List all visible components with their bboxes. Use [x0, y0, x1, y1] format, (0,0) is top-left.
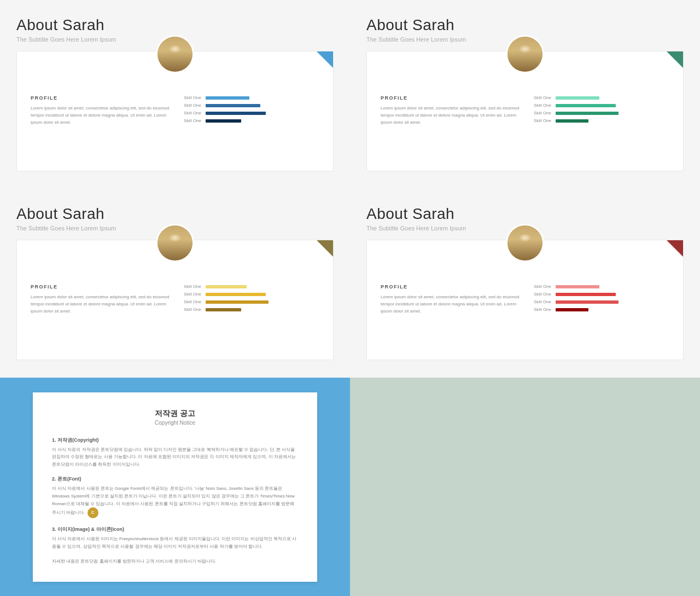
copyright-section-2: 2. 폰트(Font) 이 서식 자료에서 사용된 폰트는 Google Fon… [52, 476, 298, 518]
skill-label-2-1: Skill One [530, 95, 551, 100]
slide-1-card: PROFILE Lorem ipsum dolor sit amet, cons… [16, 51, 334, 171]
profile-label-3: PROFILE [31, 284, 170, 290]
skill-row-1-1: Skill One [180, 95, 319, 100]
copyright-card: 저작권 공고 Copyright Notice 1. 저작권(Copyright… [33, 392, 317, 582]
profile-section-3: PROFILE Lorem ipsum dolor sit amet, cons… [31, 284, 170, 315]
slide-panel-4: About Sarah The Subtitle Goes Here Lorem… [350, 189, 700, 378]
avatar-2 [506, 35, 544, 73]
slide-panel-1: About Sarah The Subtitle Goes Here Lorem… [0, 0, 350, 189]
corner-decoration-2 [667, 51, 683, 68]
skill-bar-2-1 [556, 96, 599, 100]
copyright-section-2-body: 이 서식 자료에서 사용된 폰트는 Google Fonts에서 제공되는 폰트… [52, 485, 298, 518]
skill-label-3-1: Skill One [180, 284, 201, 289]
copyright-section-1: 1. 저작권(Copyright) 이 서식 자료의 저작권은 폰트닷컴에 있습… [52, 437, 298, 468]
copyright-panel: 저작권 공고 Copyright Notice 1. 저작권(Copyright… [0, 378, 350, 596]
skill-row-1-3: Skill One [180, 111, 319, 115]
skill-bar-1-4 [206, 119, 241, 123]
slide-4-card: PROFILE Lorem ipsum dolor sit amet, cons… [366, 240, 684, 360]
corner-decoration-3 [317, 240, 333, 257]
profile-section-1: PROFILE Lorem ipsum dolor sit amet, cons… [31, 95, 170, 126]
profile-section-4: PROFILE Lorem ipsum dolor sit amet, cons… [381, 284, 520, 315]
skill-bar-4-1 [556, 285, 599, 288]
profile-text-2: Lorem ipsum dolor sit amet, consectetur … [381, 105, 520, 126]
card-content-3: PROFILE Lorem ipsum dolor sit amet, cons… [31, 284, 319, 315]
slide-3-title: About Sarah [16, 205, 334, 223]
skill-label-1-2: Skill One [180, 103, 201, 108]
skill-row-2-2: Skill One [530, 103, 669, 108]
skill-bar-3-3 [206, 300, 269, 304]
corner-decoration-1 [317, 51, 333, 68]
skill-row-3-1: Skill One [180, 284, 319, 289]
avatar-1 [156, 35, 194, 73]
avatar-image-1 [158, 37, 192, 72]
card-content-2: PROFILE Lorem ipsum dolor sit amet, cons… [381, 95, 669, 126]
profile-section-2: PROFILE Lorem ipsum dolor sit amet, cons… [381, 95, 520, 126]
skill-bar-3-4 [206, 308, 241, 311]
skill-label-1-3: Skill One [180, 111, 201, 115]
skill-label-2-4: Skill One [530, 118, 551, 123]
avatar-image-2 [508, 37, 542, 72]
avatar-4 [506, 224, 544, 262]
copyright-title: 저작권 공고 [52, 409, 298, 419]
copyright-subtitle: Copyright Notice [52, 420, 298, 426]
skill-bar-2-4 [556, 119, 588, 123]
profile-label-1: PROFILE [31, 95, 170, 101]
skill-row-2-4: Skill One [530, 118, 669, 123]
skill-row-3-2: Skill One [180, 292, 319, 297]
skill-row-1-4: Skill One [180, 118, 319, 123]
profile-label-2: PROFILE [381, 95, 520, 101]
skill-row-3-3: Skill One [180, 299, 319, 304]
profile-text-3: Lorem ipsum dolor sit amet, consectetur … [31, 294, 170, 315]
skills-section-1: Skill One Skill One Skill One Skill One [180, 95, 319, 126]
skill-label-3-2: Skill One [180, 292, 201, 297]
skill-label-3-4: Skill One [180, 307, 201, 312]
skill-label-3-3: Skill One [180, 299, 201, 304]
skills-section-2: Skill One Skill One Skill One Skill One [530, 95, 669, 126]
skill-row-4-4: Skill One [530, 307, 669, 312]
skill-row-2-1: Skill One [530, 95, 669, 100]
skill-label-4-2: Skill One [530, 292, 551, 297]
slide-1-title: About Sarah [16, 16, 334, 34]
copyright-section-3: 3. 이미지(Image) & 아이콘(Icon) 이 서식 자료에서 사용된 … [52, 526, 298, 550]
skill-row-2-3: Skill One [530, 111, 669, 115]
slide-panel-3: About Sarah The Subtitle Goes Here Lorem… [0, 189, 350, 378]
skill-bar-1-2 [206, 104, 260, 107]
empty-panel [350, 378, 700, 596]
corner-decoration-4 [667, 240, 683, 257]
skill-label-2-2: Skill One [530, 103, 551, 108]
slide-3-card: PROFILE Lorem ipsum dolor sit amet, cons… [16, 240, 334, 360]
skill-row-3-4: Skill One [180, 307, 319, 312]
slide-panel-2: About Sarah The Subtitle Goes Here Lorem… [350, 0, 700, 189]
skill-row-4-2: Skill One [530, 292, 669, 297]
skill-bar-4-3 [556, 300, 619, 304]
skill-bar-3-1 [206, 285, 247, 288]
skill-bar-2-3 [556, 112, 619, 115]
avatar-3 [156, 224, 194, 262]
skill-row-4-3: Skill One [530, 299, 669, 304]
skill-bar-1-3 [206, 112, 266, 115]
skill-label-4-4: Skill One [530, 307, 551, 312]
copyright-footer: 자세한 내용은 폰트닷컴 홈페이지를 방문하거나 고객 서비스에 문의하시기 바… [52, 558, 298, 565]
skill-label-4-3: Skill One [530, 299, 551, 304]
skills-section-4: Skill One Skill One Skill One Skill One [530, 284, 669, 315]
copyright-logo: C [88, 507, 98, 518]
profile-text-4: Lorem ipsum dolor sit amet, consectetur … [381, 294, 520, 315]
copyright-section-3-title: 3. 이미지(Image) & 아이콘(Icon) [52, 526, 298, 533]
skills-section-3: Skill One Skill One Skill One Skill One [180, 284, 319, 315]
skill-label-4-1: Skill One [530, 284, 551, 289]
skill-bar-3-2 [206, 293, 266, 296]
slide-2-card: PROFILE Lorem ipsum dolor sit amet, cons… [366, 51, 684, 171]
profile-text-1: Lorem ipsum dolor sit amet, consectetur … [31, 105, 170, 126]
skill-label-2-3: Skill One [530, 111, 551, 115]
copyright-section-1-title: 1. 저작권(Copyright) [52, 437, 298, 444]
skill-bar-4-2 [556, 293, 616, 296]
skill-row-1-2: Skill One [180, 103, 319, 108]
slide-4-title: About Sarah [366, 205, 684, 223]
copyright-section-1-body: 이 서식 자료의 저작권은 폰트닷컴에 있습니다. 허락 없이 디자인 원본을 … [52, 446, 298, 468]
copyright-section-2-title: 2. 폰트(Font) [52, 476, 298, 483]
skill-bar-4-4 [556, 308, 588, 311]
card-content-1: PROFILE Lorem ipsum dolor sit amet, cons… [31, 95, 319, 126]
copyright-section-3-body: 이 서식 자료에서 사용된 이미지는 Freepix/shutterstock … [52, 535, 298, 550]
card-content-4: PROFILE Lorem ipsum dolor sit amet, cons… [381, 284, 669, 315]
avatar-image-3 [158, 225, 192, 261]
